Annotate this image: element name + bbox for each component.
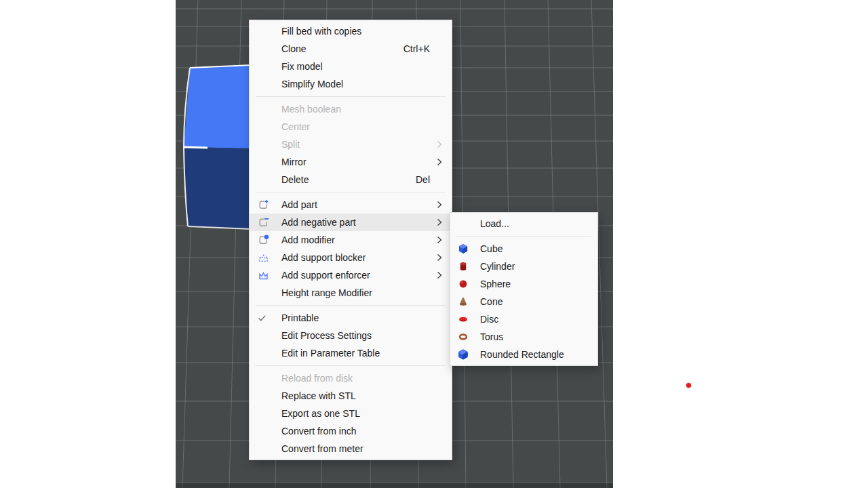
menu-item-label: Add support blocker — [281, 252, 435, 263]
menu-item-fix-model[interactable]: Fix model — [250, 58, 452, 75]
submenu-arrow-icon — [435, 236, 442, 244]
menu-item-fill-bed-with-copies[interactable]: Fill bed with copies — [250, 22, 452, 40]
menu-item-simplify-model[interactable]: Simplify Model — [250, 75, 452, 93]
menu-item-add-part[interactable]: Add part — [250, 196, 452, 214]
menu-separator — [256, 192, 446, 192]
support-enforcer-icon — [258, 270, 281, 281]
submenu-arrow-icon — [435, 140, 442, 148]
menu-item-label: Convert from inch — [281, 426, 435, 436]
submenu-arrow-icon — [435, 201, 442, 209]
menu-item-cylinder[interactable]: Cylinder — [450, 258, 597, 275]
menu-item-label: Delete — [281, 174, 416, 185]
menu-item-label: Add negative part — [281, 217, 435, 228]
menu-separator — [456, 236, 591, 237]
menu-item-label: Cylinder — [480, 261, 581, 272]
menu-item-label: Cube — [480, 243, 581, 254]
menu-item-label: Add part — [281, 199, 435, 210]
menu-item-printable[interactable]: Printable — [250, 309, 452, 327]
menu-item-label: Edit in Parameter Table — [281, 348, 435, 359]
menu-item-label: Torus — [480, 331, 581, 342]
menu-item-label: Simplify Model — [281, 79, 435, 89]
add-negative-part-submenu: Load...CubeCylinderSphereConeDiscTorusRo… — [450, 212, 598, 366]
menu-separator — [256, 305, 446, 306]
menu-item-rounded-rectangle[interactable]: Rounded Rectangle — [450, 346, 597, 363]
support-blocker-icon — [258, 252, 281, 264]
rounded-rectangle-icon — [457, 349, 480, 360]
menu-item-add-support-blocker[interactable]: Add support blocker — [250, 249, 452, 266]
menu-item-edit-in-parameter-table[interactable]: Edit in Parameter Table — [250, 344, 452, 362]
add-modifier-icon — [258, 235, 281, 246]
menu-item-convert-from-meter[interactable]: Convert from meter — [250, 440, 452, 458]
menu-item-add-support-enforcer[interactable]: Add support enforcer — [250, 266, 452, 284]
cube-icon — [457, 243, 480, 254]
submenu-arrow-icon — [435, 218, 442, 226]
menu-item-load[interactable]: Load... — [450, 215, 597, 232]
context-menu: Fill bed with copiesCloneCtrl+KFix model… — [249, 20, 452, 460]
menu-item-label: Convert from meter — [281, 443, 435, 454]
menu-item-label: Center — [281, 121, 435, 132]
menu-item-center: Center — [250, 118, 452, 136]
menu-item-mesh-boolean: Mesh boolean — [250, 100, 452, 118]
menu-item-convert-from-inch[interactable]: Convert from inch — [250, 422, 452, 440]
menu-item-label: Replace with STL — [281, 390, 435, 401]
menu-item-edit-process-settings[interactable]: Edit Process Settings — [250, 327, 452, 344]
menu-item-label: Disc — [480, 314, 581, 325]
menu-item-label: Edit Process Settings — [281, 330, 435, 341]
cylinder-icon — [457, 261, 480, 272]
menu-item-label: Height range Modifier — [281, 287, 435, 298]
menu-item-add-modifier[interactable]: Add modifier — [250, 231, 452, 249]
menu-item-label: Reload from disk — [281, 373, 435, 384]
menu-item-label: Mirror — [281, 157, 435, 167]
menu-item-reload-from-disk: Reload from disk — [250, 369, 452, 387]
menu-item-clone[interactable]: CloneCtrl+K — [250, 40, 452, 58]
menu-item-split: Split — [250, 136, 452, 153]
menu-item-label: Fix model — [281, 61, 435, 72]
menu-item-label: Mesh boolean — [281, 104, 435, 115]
menu-item-torus[interactable]: Torus — [450, 328, 597, 346]
sphere-icon — [457, 279, 480, 289]
menu-item-shortcut: Ctrl+K — [403, 43, 430, 54]
menu-item-label: Add modifier — [281, 235, 435, 245]
disc-icon — [457, 314, 480, 325]
menu-item-label: Add support enforcer — [281, 270, 435, 281]
add-negative-part-icon — [258, 217, 281, 228]
menu-item-label: Clone — [281, 43, 403, 54]
menu-item-label: Load... — [480, 218, 581, 229]
menu-item-export-as-one-stl[interactable]: Export as one STL — [250, 405, 452, 422]
menu-item-cone[interactable]: Cone — [450, 293, 597, 310]
menu-item-height-range-modifier[interactable]: Height range Modifier — [250, 284, 452, 302]
add-part-icon — [258, 199, 281, 211]
menu-item-label: Cone — [480, 296, 581, 307]
menu-item-label: Sphere — [480, 279, 581, 289]
menu-separator — [256, 96, 446, 97]
menu-item-sphere[interactable]: Sphere — [450, 275, 597, 293]
menu-item-replace-with-stl[interactable]: Replace with STL — [250, 387, 452, 405]
cone-icon — [457, 296, 480, 307]
menu-item-label: Rounded Rectangle — [480, 349, 581, 360]
menu-item-label: Export as one STL — [281, 408, 435, 419]
menu-item-label: Printable — [281, 312, 435, 323]
submenu-arrow-icon — [435, 271, 442, 279]
menu-separator — [256, 365, 446, 366]
submenu-arrow-icon — [435, 253, 442, 262]
check-icon — [258, 314, 281, 322]
menu-item-cube[interactable]: Cube — [450, 240, 597, 258]
app-window: Fill bed with copiesCloneCtrl+KFix model… — [0, 0, 868, 488]
menu-item-label: Split — [281, 139, 435, 150]
menu-item-label: Fill bed with copies — [281, 26, 435, 37]
menu-item-disc[interactable]: Disc — [450, 310, 597, 328]
menu-item-delete[interactable]: DeleteDel — [250, 171, 452, 188]
torus-icon — [457, 331, 480, 342]
menu-item-shortcut: Del — [416, 174, 430, 185]
cursor-dot — [686, 383, 691, 388]
submenu-arrow-icon — [435, 158, 442, 166]
menu-item-mirror[interactable]: Mirror — [250, 153, 452, 171]
menu-item-add-negative-part[interactable]: Add negative part — [250, 214, 452, 231]
